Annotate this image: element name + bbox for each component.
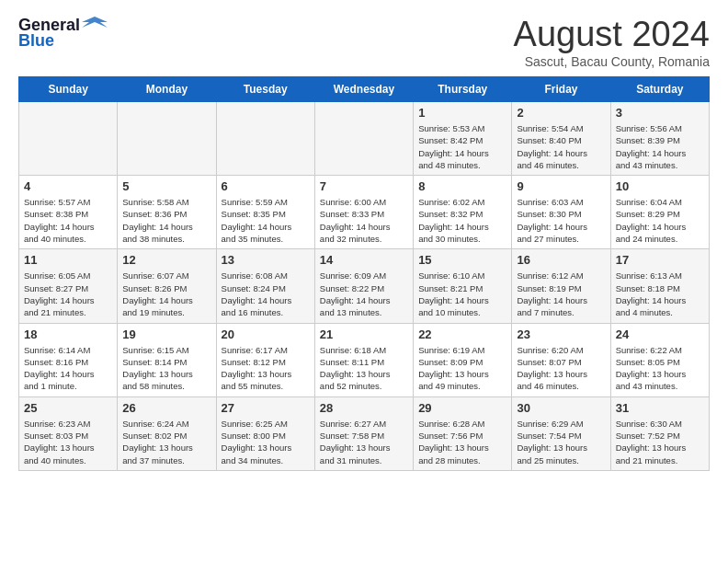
logo-blue-text: Blue (18, 31, 54, 51)
day-number: 16 (517, 253, 605, 267)
day-number: 4 (24, 179, 112, 193)
logo: General Blue (18, 15, 108, 51)
calendar-day-cell: 26Sunrise: 6:24 AM Sunset: 8:02 PM Dayli… (118, 396, 216, 470)
day-info: Sunrise: 6:25 AM Sunset: 8:00 PM Dayligh… (222, 418, 310, 466)
calendar-day-cell: 6Sunrise: 5:59 AM Sunset: 8:35 PM Daylig… (216, 176, 314, 249)
day-info: Sunrise: 6:13 AM Sunset: 8:18 PM Dayligh… (616, 270, 704, 318)
day-number: 29 (418, 401, 506, 415)
day-of-week-header: Sunday (19, 77, 118, 102)
day-info: Sunrise: 6:28 AM Sunset: 7:56 PM Dayligh… (418, 418, 506, 466)
calendar-day-cell: 22Sunrise: 6:19 AM Sunset: 8:09 PM Dayli… (414, 323, 512, 396)
calendar-day-cell: 28Sunrise: 6:27 AM Sunset: 7:58 PM Dayli… (314, 396, 413, 470)
calendar-day-cell: 17Sunrise: 6:13 AM Sunset: 8:18 PM Dayli… (610, 249, 709, 323)
calendar-day-cell: 21Sunrise: 6:18 AM Sunset: 8:11 PM Dayli… (314, 323, 413, 396)
day-info: Sunrise: 5:59 AM Sunset: 8:35 PM Dayligh… (222, 196, 310, 245)
day-number: 15 (418, 253, 506, 267)
day-info: Sunrise: 6:03 AM Sunset: 8:30 PM Dayligh… (517, 196, 605, 245)
day-info: Sunrise: 6:23 AM Sunset: 8:03 PM Dayligh… (24, 418, 112, 466)
calendar-header-row: SundayMondayTuesdayWednesdayThursdayFrid… (19, 77, 710, 102)
calendar-day-cell: 19Sunrise: 6:15 AM Sunset: 8:14 PM Dayli… (118, 323, 216, 396)
day-number: 5 (122, 179, 210, 193)
calendar-day-cell: 13Sunrise: 6:08 AM Sunset: 8:24 PM Dayli… (216, 249, 314, 323)
calendar-day-cell: 15Sunrise: 6:10 AM Sunset: 8:21 PM Dayli… (414, 249, 512, 323)
day-info: Sunrise: 6:20 AM Sunset: 8:07 PM Dayligh… (517, 344, 605, 393)
day-info: Sunrise: 5:57 AM Sunset: 8:38 PM Dayligh… (24, 196, 112, 245)
day-info: Sunrise: 6:14 AM Sunset: 8:16 PM Dayligh… (24, 344, 112, 393)
calendar-day-cell: 3Sunrise: 5:56 AM Sunset: 8:39 PM Daylig… (610, 102, 709, 176)
day-info: Sunrise: 6:07 AM Sunset: 8:26 PM Dayligh… (122, 270, 210, 318)
day-info: Sunrise: 6:05 AM Sunset: 8:27 PM Dayligh… (24, 270, 112, 318)
day-info: Sunrise: 5:56 AM Sunset: 8:39 PM Dayligh… (616, 122, 704, 171)
calendar-day-cell: 18Sunrise: 6:14 AM Sunset: 8:16 PM Dayli… (19, 323, 118, 396)
day-info: Sunrise: 6:27 AM Sunset: 7:58 PM Dayligh… (320, 418, 408, 466)
day-of-week-header: Thursday (414, 77, 512, 102)
page-container: General Blue August 2024 Sascut, Bacau C… (0, 0, 728, 486)
day-number: 23 (517, 327, 605, 341)
day-info: Sunrise: 6:12 AM Sunset: 8:19 PM Dayligh… (517, 270, 605, 318)
calendar-day-cell: 23Sunrise: 6:20 AM Sunset: 8:07 PM Dayli… (512, 323, 610, 396)
calendar-day-cell: 16Sunrise: 6:12 AM Sunset: 8:19 PM Dayli… (512, 249, 610, 323)
day-info: Sunrise: 5:53 AM Sunset: 8:42 PM Dayligh… (418, 122, 506, 171)
day-number: 19 (122, 327, 210, 341)
day-info: Sunrise: 5:58 AM Sunset: 8:36 PM Dayligh… (122, 196, 210, 245)
calendar-table: SundayMondayTuesdayWednesdayThursdayFrid… (18, 76, 710, 471)
calendar-day-cell: 30Sunrise: 6:29 AM Sunset: 7:54 PM Dayli… (512, 396, 610, 470)
day-info: Sunrise: 6:18 AM Sunset: 8:11 PM Dayligh… (320, 344, 408, 393)
day-number: 21 (320, 327, 408, 341)
day-info: Sunrise: 6:04 AM Sunset: 8:29 PM Dayligh… (616, 196, 704, 245)
day-info: Sunrise: 6:09 AM Sunset: 8:22 PM Dayligh… (320, 270, 408, 318)
calendar-day-cell: 2Sunrise: 5:54 AM Sunset: 8:40 PM Daylig… (512, 102, 610, 176)
day-number: 20 (222, 327, 310, 341)
calendar-day-cell: 27Sunrise: 6:25 AM Sunset: 8:00 PM Dayli… (216, 396, 314, 470)
calendar-day-cell: 12Sunrise: 6:07 AM Sunset: 8:26 PM Dayli… (118, 249, 216, 323)
day-info: Sunrise: 6:24 AM Sunset: 8:02 PM Dayligh… (122, 418, 210, 466)
calendar-day-cell: 20Sunrise: 6:17 AM Sunset: 8:12 PM Dayli… (216, 323, 314, 396)
day-info: Sunrise: 6:08 AM Sunset: 8:24 PM Dayligh… (222, 270, 310, 318)
calendar-day-cell: 4Sunrise: 5:57 AM Sunset: 8:38 PM Daylig… (19, 176, 118, 249)
calendar-day-cell: 1Sunrise: 5:53 AM Sunset: 8:42 PM Daylig… (414, 102, 512, 176)
day-number: 24 (616, 327, 704, 341)
calendar-day-cell: 25Sunrise: 6:23 AM Sunset: 8:03 PM Dayli… (19, 396, 118, 470)
calendar-day-cell: 29Sunrise: 6:28 AM Sunset: 7:56 PM Dayli… (414, 396, 512, 470)
calendar-empty-cell (314, 102, 413, 176)
calendar-day-cell: 11Sunrise: 6:05 AM Sunset: 8:27 PM Dayli… (19, 249, 118, 323)
day-number: 3 (616, 106, 704, 120)
month-title: August 2024 (514, 15, 710, 54)
day-number: 22 (418, 327, 506, 341)
calendar-week-row: 25Sunrise: 6:23 AM Sunset: 8:03 PM Dayli… (19, 396, 710, 470)
day-info: Sunrise: 6:02 AM Sunset: 8:32 PM Dayligh… (418, 196, 506, 245)
calendar-empty-cell (118, 102, 216, 176)
day-info: Sunrise: 6:10 AM Sunset: 8:21 PM Dayligh… (418, 270, 506, 318)
calendar-week-row: 18Sunrise: 6:14 AM Sunset: 8:16 PM Dayli… (19, 323, 710, 396)
day-of-week-header: Monday (118, 77, 216, 102)
calendar-week-row: 4Sunrise: 5:57 AM Sunset: 8:38 PM Daylig… (19, 176, 710, 249)
calendar-week-row: 1Sunrise: 5:53 AM Sunset: 8:42 PM Daylig… (19, 102, 710, 176)
day-of-week-header: Friday (512, 77, 610, 102)
day-number: 26 (122, 401, 210, 415)
day-number: 14 (320, 253, 408, 267)
day-number: 27 (222, 401, 310, 415)
day-number: 25 (24, 401, 112, 415)
calendar-empty-cell (216, 102, 314, 176)
day-info: Sunrise: 6:00 AM Sunset: 8:33 PM Dayligh… (320, 196, 408, 245)
calendar-day-cell: 24Sunrise: 6:22 AM Sunset: 8:05 PM Dayli… (610, 323, 709, 396)
day-number: 7 (320, 179, 408, 193)
header: General Blue August 2024 Sascut, Bacau C… (18, 15, 710, 69)
day-info: Sunrise: 6:22 AM Sunset: 8:05 PM Dayligh… (616, 344, 704, 393)
svg-marker-0 (82, 17, 108, 28)
logo-bird-icon (82, 15, 108, 35)
day-number: 12 (122, 253, 210, 267)
day-info: Sunrise: 6:30 AM Sunset: 7:52 PM Dayligh… (616, 418, 704, 466)
calendar-day-cell: 14Sunrise: 6:09 AM Sunset: 8:22 PM Dayli… (314, 249, 413, 323)
day-number: 18 (24, 327, 112, 341)
day-number: 2 (517, 106, 605, 120)
day-number: 1 (418, 106, 506, 120)
calendar-empty-cell (19, 102, 118, 176)
day-info: Sunrise: 6:29 AM Sunset: 7:54 PM Dayligh… (517, 418, 605, 466)
calendar-day-cell: 7Sunrise: 6:00 AM Sunset: 8:33 PM Daylig… (314, 176, 413, 249)
day-of-week-header: Tuesday (216, 77, 314, 102)
day-number: 11 (24, 253, 112, 267)
day-of-week-header: Saturday (610, 77, 709, 102)
day-number: 31 (616, 401, 704, 415)
calendar-week-row: 11Sunrise: 6:05 AM Sunset: 8:27 PM Dayli… (19, 249, 710, 323)
